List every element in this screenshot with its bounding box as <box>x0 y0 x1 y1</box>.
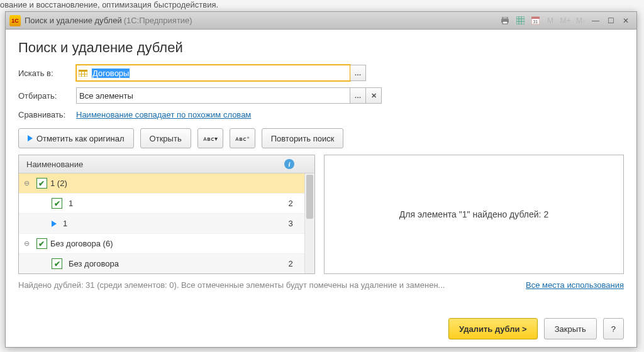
tree-row[interactable]: 13 <box>19 214 314 234</box>
case-tool-2-button[interactable]: ᴀʙᴄ⁺ <box>230 128 255 148</box>
maximize-button[interactable]: ☐ <box>604 14 618 27</box>
titlebar: 1C Поиск и удаление дублей (1С:Предприят… <box>6 12 636 30</box>
search-in-label: Искать в: <box>18 69 76 78</box>
table-icon <box>77 70 89 77</box>
row-checkbox[interactable]: ✔ <box>34 178 49 189</box>
calendar-icon[interactable]: 31 <box>528 14 542 27</box>
row-value: 2 <box>276 259 305 268</box>
search-in-value: Договоры <box>92 69 130 78</box>
tree-header: Наименование i <box>19 155 314 173</box>
app-logo-icon: 1C <box>9 15 21 26</box>
row-value: 3 <box>276 219 305 228</box>
arrow-right-icon <box>52 221 57 227</box>
compare-label: Сравнивать: <box>18 110 76 119</box>
row-checkbox[interactable]: ✔ <box>34 238 49 249</box>
tree-row[interactable]: ✔Без договора2 <box>19 254 314 273</box>
abc-plus-icon: ᴀʙᴄ⁺ <box>235 135 250 142</box>
memory-mminus-button: M- <box>574 14 587 27</box>
tree-row[interactable]: ⊖✔1 (2) <box>19 173 314 194</box>
filter-label: Отбирать: <box>18 91 76 101</box>
row-marker[interactable]: ✔ <box>34 258 62 269</box>
col-info-header[interactable]: i <box>274 159 305 169</box>
row-label: 1 <box>57 219 276 228</box>
close-dialog-button[interactable]: Закрыть <box>544 318 597 339</box>
check-icon: ✔ <box>52 258 62 269</box>
svg-rect-0 <box>502 17 508 19</box>
tree-row[interactable]: ⊖✔Без договора (6) <box>19 234 314 254</box>
all-usages-link[interactable]: Все места использования <box>526 280 624 290</box>
mark-original-label: Отметить как оригинал <box>36 134 125 143</box>
info-icon: i <box>284 159 294 169</box>
row-label: 1 (2) <box>49 179 276 188</box>
tree-row[interactable]: ✔12 <box>19 194 314 214</box>
arrow-right-icon <box>28 135 33 141</box>
duplicates-tree: Наименование i ⊖✔1 (2)✔1213⊖✔Без договор… <box>18 155 315 274</box>
minimize-button[interactable]: — <box>589 14 602 27</box>
memory-mplus-button: M+ <box>558 14 572 27</box>
search-in-choose-button[interactable]: … <box>350 65 366 81</box>
expand-toggle[interactable]: ⊖ <box>19 239 34 248</box>
open-button[interactable]: Открыть <box>140 128 191 148</box>
delete-duplicates-button[interactable]: Удалить дубли > <box>448 318 538 339</box>
svg-rect-12 <box>79 70 87 72</box>
tree-scrollbar[interactable] <box>304 173 314 273</box>
preview-panel: Для элемента "1" найдено дублей: 2 <box>324 155 624 274</box>
window-subtitle: (1С:Предприятие) <box>124 16 192 25</box>
print-icon[interactable] <box>498 14 512 27</box>
dialog-window: 1C Поиск и удаление дублей (1С:Предприят… <box>5 11 637 348</box>
expand-toggle[interactable]: ⊖ <box>19 179 34 187</box>
row-marker[interactable]: ✔ <box>34 198 62 209</box>
col-name-header[interactable]: Наименование <box>19 160 274 169</box>
svg-rect-3 <box>516 16 525 25</box>
abc-icon: ᴀʙᴄ▾ <box>203 135 218 142</box>
svg-rect-9 <box>531 17 540 19</box>
compare-link[interactable]: Наименование совпадает по похожим словам <box>76 110 251 119</box>
row-marker[interactable] <box>34 221 57 227</box>
help-button[interactable]: ? <box>603 318 624 339</box>
window-title: Поиск и удаление дублей <box>25 16 122 25</box>
grid-icon[interactable] <box>513 14 527 27</box>
row-label: Без договора (6) <box>49 239 276 248</box>
scrollbar-thumb[interactable] <box>306 175 313 219</box>
filter-value: Все элементы <box>77 91 350 101</box>
row-label: 1 <box>62 199 276 208</box>
repeat-search-button[interactable]: Повторить поиск <box>262 128 344 148</box>
status-text: Найдено дублей: 31 (среди элементов: 0).… <box>18 280 445 290</box>
filter-choose-button[interactable]: … <box>350 87 366 104</box>
row-label: Без договора <box>62 259 276 268</box>
filter-field[interactable]: Все элементы <box>76 87 350 104</box>
mark-original-button[interactable]: Отметить как оригинал <box>18 128 134 148</box>
svg-rect-2 <box>502 21 508 24</box>
case-tool-1-button[interactable]: ᴀʙᴄ▾ <box>197 128 223 148</box>
page-title: Поиск и удаление дублей <box>18 40 624 56</box>
memory-m-button: M <box>543 14 557 27</box>
svg-text:31: 31 <box>533 19 538 24</box>
check-icon: ✔ <box>52 198 62 209</box>
close-button[interactable]: ✕ <box>619 14 633 27</box>
row-value: 2 <box>276 199 305 208</box>
search-in-field[interactable]: Договоры <box>76 65 350 81</box>
filter-clear-button[interactable]: ✕ <box>366 87 382 104</box>
